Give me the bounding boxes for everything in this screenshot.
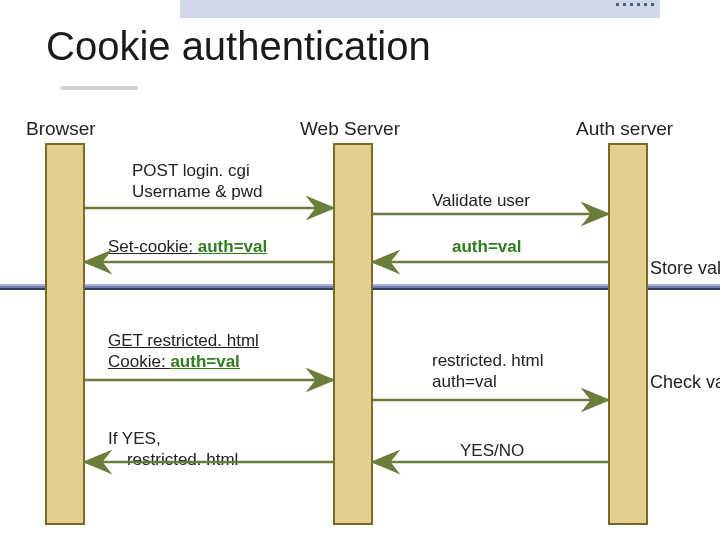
msg-post-login-line1: POST login. cgi	[132, 161, 250, 180]
msg-auth-val-return: auth=val	[452, 236, 521, 257]
label-web-server: Web Server	[300, 118, 400, 140]
lifeline-auth-server	[608, 143, 648, 525]
msg-yes-no: YES/NO	[460, 440, 524, 461]
msg-set-cookie-value: auth=val	[198, 237, 267, 256]
msg-get-restricted-line1: GET restricted. html	[108, 331, 259, 350]
lifeline-web-server	[333, 143, 373, 525]
msg-set-cookie-prefix: Set-cookie:	[108, 237, 198, 256]
msg-validate-user: Validate user	[432, 190, 530, 211]
msg-restricted-line2: auth=val	[432, 372, 497, 391]
msg-get-restricted-cookie-value: auth=val	[170, 352, 239, 371]
note-store-val: Store val	[650, 258, 720, 279]
title-underline	[60, 86, 138, 90]
decorative-dots	[616, 3, 654, 6]
msg-if-yes: If YES, restricted. html	[108, 428, 238, 471]
msg-set-cookie: Set-cookie: auth=val	[108, 236, 267, 257]
msg-post-login: POST login. cgi Username & pwd	[132, 160, 262, 203]
lifeline-browser	[45, 143, 85, 525]
msg-post-login-line2: Username & pwd	[132, 182, 262, 201]
msg-get-restricted: GET restricted. html Cookie: auth=val	[108, 330, 259, 373]
note-check-val: Check val	[650, 372, 720, 393]
slide-top-accent	[180, 0, 660, 18]
msg-if-yes-line2: restricted. html	[127, 450, 238, 469]
label-browser: Browser	[26, 118, 96, 140]
msg-get-restricted-cookie-prefix: Cookie:	[108, 352, 170, 371]
msg-restricted-auth: restricted. html auth=val	[432, 350, 543, 393]
msg-if-yes-line1: If YES,	[108, 429, 161, 448]
msg-restricted-line1: restricted. html	[432, 351, 543, 370]
label-auth-server: Auth server	[576, 118, 673, 140]
slide-title: Cookie authentication	[46, 24, 431, 69]
